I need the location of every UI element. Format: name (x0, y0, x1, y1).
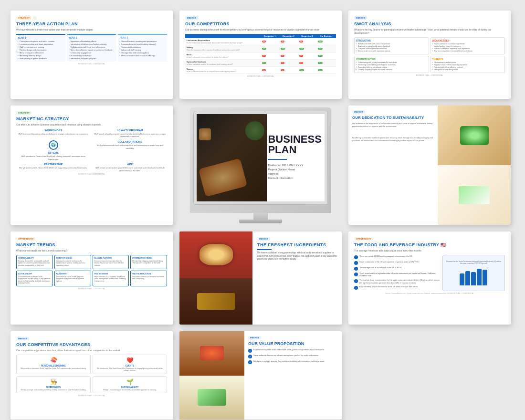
trend-authenticity: AUTHENTICITY Consumers seek authentic su… (16, 271, 53, 286)
slide-tag-opportunity: STRATEGY (16, 16, 32, 20)
year2-item: Introduction of loyalty program (69, 57, 115, 60)
marketing-partner-title: PARTNERSHIP (16, 163, 91, 166)
adv-events-title: EVENTS (95, 365, 165, 367)
trend-global-text: Consumers are increasingly drawn to dive… (94, 260, 127, 267)
slide-value-prop: MARKET OUR VALUE PROPOSITION ✓ Experienc… (179, 331, 342, 420)
bar-1 (460, 273, 464, 285)
year3-col: YEAR 3 Second location scouting and prep… (118, 34, 167, 62)
competitors-tag: MARKET (185, 16, 198, 20)
stat-row: The market share concentration for the s… (354, 279, 440, 284)
table-row: Options for OmakaseIs there a separate s… (185, 59, 336, 66)
trends-grid-row2: AUTHENTICITY Consumers seek authentic su… (16, 271, 167, 286)
comp-val: Yes (261, 45, 279, 52)
year1-item: Menu testing and refinement (18, 52, 64, 54)
sushi-roll-img (200, 244, 233, 265)
competitors-table: Competitor 1 Competitor 2 Competitor 3 O… (185, 34, 336, 74)
sushi-platter-img (197, 293, 235, 310)
slide-swot: MARKET SWOT ANALYSIS What are the key fa… (348, 10, 511, 99)
adv-events-icon: ❤️ (95, 357, 165, 364)
year2-col: YEAR 2 Expansion of marketing efforts In… (67, 34, 116, 62)
table-row: Last-minute ReservationsDo the restauran… (185, 38, 336, 45)
adv-events-text: We introduce a 'Hiro Sushi Guest Chef Ex… (95, 368, 165, 372)
freshest-divider (257, 249, 272, 250)
table-row: VarietyDoes the restaurant offer a varie… (185, 45, 336, 52)
year3-label: YEAR 3 (119, 36, 166, 39)
bar-5 (483, 270, 487, 285)
year2-item: Introduction of delivery and online orde… (69, 43, 115, 45)
swot-item: Emergence of new dining trends (432, 69, 504, 71)
bp-title-sub: PLAN (268, 145, 320, 155)
marketing-tag: STRATEGY (16, 111, 32, 115)
freshest-image-col (179, 231, 252, 325)
value-item-text-3: Indulge in a culinary journey that combi… (253, 360, 325, 363)
year2-item: Expansion of marketing efforts (69, 40, 115, 42)
swot-item: Introducing sushi-making workshops for c… (356, 64, 427, 66)
bp-project: Project Outline Name (268, 168, 320, 171)
adv-workshops-text: Hosting a unique sushi-making workshop, … (19, 389, 88, 391)
monitor-body: BUSINESS PLAN Drafted on DD / MM / YYYY … (194, 107, 327, 223)
trend-global-title: GLOBAL FLAVORS (94, 257, 127, 259)
sust-two-col: MARKET OUR DEDICATION TO SUSTAINABILITY … (348, 105, 511, 225)
bp-contact: Contact Information (268, 177, 320, 179)
marketing-item-collab: COLLABORATIONS We'll collaborate with lo… (93, 140, 168, 160)
adv-item-workshops: 👨‍🍳 WORKSHOPS Hosting a unique sushi-mak… (16, 376, 91, 394)
year3-item: Advanced staff training (119, 49, 166, 51)
fb-subtitle: The average American eats sushi about on… (354, 249, 505, 252)
marketing-workshops-text: We'll host monthly sushi making workshop… (16, 133, 91, 136)
swot-tag: MARKET (354, 16, 367, 20)
swot-strengths: STRENGTHS Skilled sushi chefs with years… (354, 37, 429, 54)
sust-rolls-img (459, 186, 490, 204)
swot-item: Creating a loyalty program for repeat bu… (356, 69, 427, 71)
comp-val: No (279, 59, 298, 66)
comp-val: No (298, 38, 316, 45)
comp-val: No (261, 52, 279, 59)
marketing-collab-text: We'll collaborate with local renowned ch… (93, 144, 168, 149)
marketing-item-offers: 🌍 OFFERS We'll introduce a 'Taste of the… (16, 140, 91, 160)
sust-text-col: MARKET OUR DEDICATION TO SUSTAINABILITY … (348, 105, 438, 225)
salmon-img (200, 346, 224, 360)
table-row: MenuIs there a separate menu section for… (185, 52, 336, 59)
swot-opp-title: OPPORTUNITIES (356, 58, 427, 61)
value-text-col: MARKET OUR VALUE PROPOSITION ✓ Experienc… (244, 331, 342, 420)
year1-label: YEAR 1 (18, 36, 64, 39)
swot-item: Negative online reviews impacting reputa… (432, 64, 504, 66)
stat-text: The average cost of a sushi roll in the … (359, 266, 440, 269)
marketing-item-partnership: PARTNERSHIP We will partner with a 'Tast… (16, 163, 91, 172)
value-item-2: ✓ Savor authentic flavors in a vibrant a… (248, 354, 338, 358)
swot-item: Diverse sushi menu with vegetarian optio… (356, 50, 427, 52)
marketing-item-loyalty: LOYALTY PROGRAM We'll launch a loyalty p… (93, 129, 168, 138)
fb-tag: OPPORTUNITY (354, 237, 373, 241)
comp-val: No (279, 52, 298, 59)
comp-val: No (279, 38, 298, 45)
monitor-bezel: BUSINESS PLAN Drafted on DD / MM / YYYY … (190, 107, 331, 213)
comp-val: Yes (298, 45, 316, 52)
value-item-text-1: Experience exquisite sushi crafted with … (253, 348, 325, 351)
swot-weak-title: WEAKNESSES (432, 39, 504, 42)
swot-opportunities: OPPORTUNITIES Collaborating with nearby … (354, 56, 429, 73)
stat-text: The 3 states with the highest number of … (359, 272, 440, 277)
slide-three-year: STRATEGY THREE-YEAR ACTION PLAN We have … (10, 10, 173, 99)
swot-weaknesses: WEAKNESSES Higher prices due to premium … (430, 37, 505, 54)
comp-val: Yes (316, 52, 336, 59)
marketing-workshops-title: WORKSHOPS (16, 129, 91, 132)
sust-title: OUR DEDICATION TO SUSTAINABILITY (352, 116, 434, 120)
swot-subtitle: What are the key factors for gaining a c… (354, 28, 505, 35)
trend-healthy: HEALTHY DINING Increased consumer prefer… (54, 255, 91, 269)
stat-text: Sushi restaurants in the US are expected… (359, 261, 440, 263)
trend-waste-text: Innovative solutions to minimize food wa… (132, 276, 165, 280)
trend-sustainability: SUSTAINABILITY Growing demand for sustai… (16, 255, 53, 269)
sust-greens-img (460, 126, 489, 145)
freshest-text-col: MARKET THE FRESHEST INGREDIENTS We have … (252, 231, 342, 325)
adv-item-sustainability: 🌱 SUSTAINABILITY Pledge' - maintaining o… (93, 376, 167, 394)
comp-val: No (279, 66, 298, 74)
swot-item: Collaborating with nearby businesses for… (356, 62, 427, 63)
year2-item: Collaborations with local food influence… (69, 46, 115, 48)
bar-4 (477, 269, 482, 285)
stat-text: Approximately 7% of restaurants in the U… (359, 285, 440, 288)
adv-sust-title: SUSTAINABILITY (95, 386, 165, 388)
trend-interact-title: INTERACTIVE DINING (132, 257, 165, 259)
comp-val: Yes (316, 59, 336, 66)
stat-bullet (354, 273, 358, 276)
swot-item: Expanding delivery and takeout options (356, 66, 427, 68)
adv-workshops-title: WORKSHOPS (19, 386, 88, 388)
